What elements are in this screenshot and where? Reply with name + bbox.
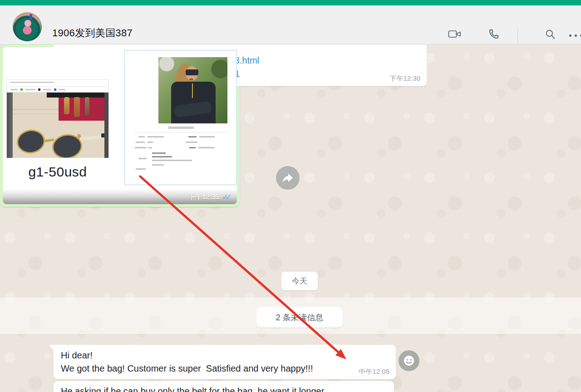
forward-arrow-icon xyxy=(282,172,294,183)
image-message-footer: 下午12:35 ✓✓ xyxy=(3,190,237,204)
forward-button[interactable] xyxy=(276,166,300,190)
message-text-bubble: Hi dear! We got the bag! Customer is sup… xyxy=(54,345,396,379)
chat-header: 1906发到美国387 xyxy=(0,5,581,44)
avatar[interactable] xyxy=(13,12,42,41)
emoji-react-button[interactable] xyxy=(399,350,419,371)
chat-title[interactable]: 1906发到美国387 xyxy=(52,26,133,40)
message-timestamp: 下午12:35 xyxy=(188,193,219,201)
message-line: He asking if he can buy only the belt fo… xyxy=(61,385,387,392)
product-image-g2: g2-60usd xyxy=(124,50,236,185)
message-timestamp: 中午12:05 xyxy=(359,368,389,376)
date-divider: 今天 xyxy=(281,272,318,290)
spec-table xyxy=(135,132,227,169)
message-line: Hi dear! xyxy=(61,349,389,362)
message-text-bubble: He asking if he can buy only the belt fo… xyxy=(54,381,394,392)
product-collage-image[interactable]: g1-50usd xyxy=(3,47,237,204)
message-line: We got the bag! Customer is super Satisf… xyxy=(61,362,389,375)
chat-scroll-area[interactable]: http://lymy1684.com/productinfoen_352936… xyxy=(0,44,581,392)
read-ticks-icon: ✓✓ xyxy=(222,192,232,202)
message-timestamp: 下午12:30 xyxy=(389,74,420,83)
product-image-g1 xyxy=(7,80,108,157)
message-image-bubble[interactable]: g1-50usd xyxy=(0,44,240,207)
product-label-g1: g1-50usd xyxy=(7,164,108,180)
more-options-dots-icon[interactable] xyxy=(569,34,581,37)
phone-call-icon[interactable] xyxy=(485,25,503,43)
emoji-react-icon xyxy=(402,354,416,368)
video-call-icon[interactable] xyxy=(446,25,464,43)
search-icon[interactable] xyxy=(541,25,559,43)
unread-messages-divider: 2 条未读信息 xyxy=(256,307,343,328)
window-accent-bar xyxy=(0,0,581,5)
header-divider xyxy=(517,27,518,44)
